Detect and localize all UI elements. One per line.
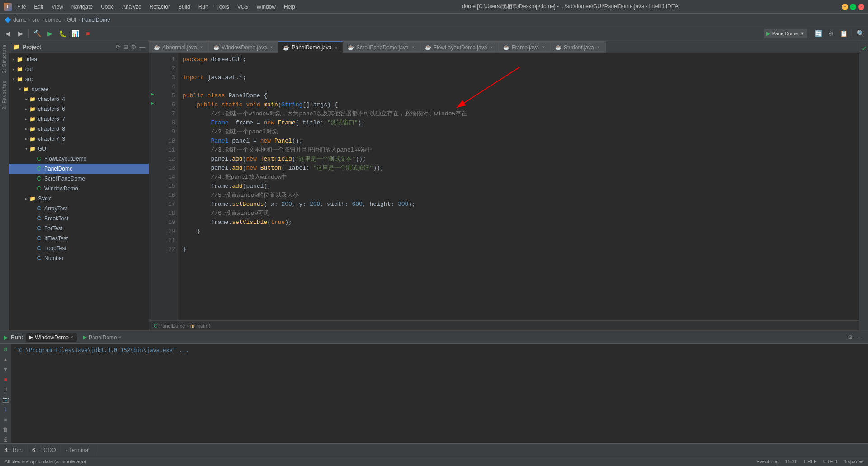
favorites-label[interactable]: 2: Favorites — [1, 77, 8, 113]
run-tab-windowdemo[interactable]: ▶ WindowDemo × — [26, 333, 77, 342]
breadcrumb-dome[interactable]: dome — [13, 17, 27, 23]
run-tab-close-windowdemo[interactable]: × — [71, 335, 73, 340]
tab-close-abnormal[interactable]: × — [199, 44, 204, 50]
breadcrumb-domee[interactable]: domee — [45, 17, 61, 23]
tab-flowlayout[interactable]: ☕ FlowLayoutDemo.java × — [420, 41, 499, 53]
tree-item-out[interactable]: ▸📁out — [9, 64, 149, 74]
run-tab-paneldome[interactable]: ▶ PanelDome × — [80, 333, 125, 342]
soft-wrap-button[interactable]: ≡ — [1, 415, 9, 423]
tab-close-student[interactable]: × — [596, 44, 601, 50]
menu-help[interactable]: Help — [280, 3, 299, 11]
tree-item-chapter7_3[interactable]: ▸📁chapter7_3 — [9, 134, 149, 144]
project-hide-button[interactable]: — — [139, 43, 145, 50]
tree-item-PanelDome[interactable]: CPanelDome — [9, 164, 149, 174]
todo-tab-bottom[interactable]: 6: TODO — [28, 445, 61, 455]
menu-file[interactable]: File — [14, 3, 29, 11]
tab-close-scrollpane[interactable]: × — [411, 44, 415, 50]
stop-run-button[interactable]: ■ — [1, 376, 9, 384]
tree-item-BreakTest[interactable]: CBreakTest — [9, 214, 149, 223]
event-log-link[interactable]: Event Log — [756, 459, 779, 464]
resume-button[interactable]: ⏸ — [1, 385, 9, 394]
tree-item-WindowDemo[interactable]: CWindowDemo — [9, 184, 149, 194]
tree-item-FlowLayoutDemo[interactable]: CFlowLayoutDemo — [9, 154, 149, 164]
dump-threads-button[interactable]: 📷 — [1, 395, 9, 404]
tree-item-Static[interactable]: ▸📁Static — [9, 194, 149, 204]
project-collapse-button[interactable]: ⊟ — [123, 43, 128, 50]
vcs-button[interactable]: 📋 — [838, 28, 849, 39]
tree-item-ScrollPaneDome[interactable]: CScrollPaneDome — [9, 174, 149, 184]
menu-edit[interactable]: Edit — [30, 3, 47, 11]
tab-close-paneldome[interactable]: × — [334, 45, 339, 51]
tree-item-src[interactable]: ▾📁src — [9, 74, 149, 84]
status-indent[interactable]: 4 spaces — [844, 459, 863, 464]
run-panel-hide-button[interactable]: — — [857, 333, 864, 342]
menu-run[interactable]: Run — [195, 3, 212, 11]
run-tab-close-paneldome[interactable]: × — [119, 335, 122, 340]
back-button[interactable]: ◀ — [2, 28, 14, 39]
status-crlf[interactable]: CRLF — [804, 459, 817, 464]
tab-frame[interactable]: ☕ Frame.java × — [499, 41, 551, 53]
project-settings-button[interactable]: ⚙ — [131, 43, 137, 50]
close-button[interactable]: × — [858, 4, 864, 10]
menu-tools[interactable]: Tools — [213, 3, 233, 11]
tree-item-Number[interactable]: CNumber — [9, 253, 149, 263]
run-configuration[interactable]: ▶ PanelDome ▼ — [764, 29, 807, 38]
scroll-up-button[interactable]: ▲ — [1, 356, 9, 364]
tab-windowdemo[interactable]: ☕ WindowDemo.java × — [209, 41, 279, 53]
tree-item-chapter6_4[interactable]: ▸📁chapter6_4 — [9, 94, 149, 104]
forward-button[interactable]: ▶ — [14, 28, 26, 39]
tab-scrollpane[interactable]: ☕ ScrollPaneDome.java × — [343, 41, 420, 53]
menu-vcs[interactable]: VCS — [234, 3, 252, 11]
tab-abnormal[interactable]: ☕ Abnormal.java × — [149, 41, 209, 53]
menu-code[interactable]: Code — [97, 3, 118, 11]
menu-window[interactable]: Window — [253, 3, 279, 11]
minimize-button[interactable]: ─ — [842, 4, 848, 10]
breadcrumb-src[interactable]: src — [32, 17, 39, 23]
rerun-button[interactable]: ↺ — [1, 346, 9, 354]
tree-icon-idea: 📁 — [16, 56, 24, 63]
run-tab-bottom[interactable]: 4: Run — [0, 445, 28, 455]
scroll-down-button[interactable]: ▼ — [1, 366, 9, 374]
tree-item-IfElesTest[interactable]: CIfElesTest — [9, 233, 149, 243]
tab-close-windowdemo[interactable]: × — [269, 44, 274, 50]
menu-build[interactable]: Build — [175, 3, 194, 11]
run-panel-settings-button[interactable]: ⚙ — [847, 333, 854, 342]
tree-item-GUI[interactable]: ▾📁GUI — [9, 144, 149, 154]
breadcrumb-gui[interactable]: GUI — [67, 17, 76, 23]
stop-button[interactable]: ■ — [82, 28, 94, 39]
run-config-dropdown-icon[interactable]: ▼ — [800, 31, 805, 36]
print-button[interactable]: 🖨 — [1, 435, 9, 443]
structure-label[interactable]: 2: Structure — [1, 41, 8, 77]
code-content[interactable]: package domee.GUI; import java.awt.*; pu… — [178, 53, 859, 320]
search-everywhere-button[interactable]: 🔍 — [854, 28, 866, 39]
tree-item-LoopTest[interactable]: CLoopTest — [9, 243, 149, 253]
tree-item-ForTest[interactable]: CForTest — [9, 223, 149, 233]
build-button[interactable]: 🔨 — [31, 28, 43, 39]
status-position[interactable]: 15:26 — [785, 459, 798, 464]
tab-paneldome[interactable]: ☕ PanelDome.java × — [278, 41, 343, 53]
run-button[interactable]: ▶ — [44, 28, 56, 39]
menu-analyze[interactable]: Analyze — [118, 3, 145, 11]
tree-item-chapter6_7[interactable]: ▸📁chapter6_7 — [9, 114, 149, 124]
menu-view[interactable]: View — [48, 3, 67, 11]
clear-output-button[interactable]: 🗑 — [1, 425, 9, 433]
tree-item-chapter6_8[interactable]: ▸📁chapter6_8 — [9, 124, 149, 134]
maximize-button[interactable]: □ — [850, 4, 856, 10]
settings-button[interactable]: ⚙ — [825, 28, 837, 39]
tab-close-flowlayout[interactable]: × — [489, 44, 494, 50]
menu-refactor[interactable]: Refactor — [146, 3, 174, 11]
tree-item-idea[interactable]: ▸📁.idea — [9, 54, 149, 64]
terminal-tab-bottom[interactable]: ▪ Terminal — [61, 445, 94, 455]
tree-item-ArrayTest[interactable]: CArrayTest — [9, 204, 149, 214]
tree-item-chapter6_6[interactable]: ▸📁chapter6_6 — [9, 104, 149, 114]
tab-close-frame[interactable]: × — [541, 44, 546, 50]
coverage-button[interactable]: 📊 — [69, 28, 81, 39]
wrap-output-button[interactable]: ⤵ — [1, 405, 9, 414]
menu-navigate[interactable]: Navigate — [68, 3, 96, 11]
debug-button[interactable]: 🐛 — [57, 28, 68, 39]
update-button[interactable]: 🔄 — [812, 28, 824, 39]
tree-item-domee[interactable]: ▾📁domee — [9, 84, 149, 94]
tab-student[interactable]: ☕ Student.java × — [551, 41, 606, 53]
project-sync-button[interactable]: ⟳ — [116, 43, 121, 50]
status-charset[interactable]: UTF-8 — [823, 459, 837, 464]
